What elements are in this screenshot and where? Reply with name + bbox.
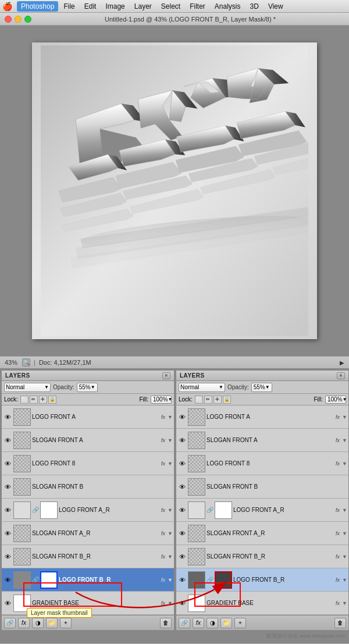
doc-info: Doc: 4,12M/27,1M <box>39 359 340 366</box>
delete-layer-button[interactable]: 🗑 <box>160 618 172 628</box>
left-fill-label: Fill: <box>139 396 148 403</box>
right-layer-row[interactable]: 👁 SLOGAN FRONT B_R fx ▼ <box>176 545 348 568</box>
visibility-icon[interactable]: 👁 <box>177 575 187 585</box>
close-button[interactable] <box>5 16 12 23</box>
right-opacity-value[interactable]: 55% ▼ <box>251 383 272 392</box>
add-mask-button[interactable]: ◑ <box>32 618 44 628</box>
left-layer-row[interactable]: 👁 SLOGAN FRONT B_R fx ▼ <box>2 545 174 568</box>
left-blend-row: Normal ▼ Opacity: 55% ▼ <box>2 381 174 394</box>
menu-edit[interactable]: Edit <box>80 1 101 12</box>
apple-menu[interactable]: 🍎 <box>2 2 12 11</box>
menu-layer[interactable]: Layer <box>130 1 156 12</box>
layer-name: LOGO FRONT 8 <box>32 460 160 467</box>
visibility-icon[interactable]: 👁 <box>177 436 187 445</box>
menu-3d[interactable]: 3D <box>246 1 263 12</box>
left-opacity-value[interactable]: 55% ▼ <box>77 383 98 392</box>
visibility-icon[interactable]: 👁 <box>3 575 12 585</box>
visibility-icon[interactable]: 👁 <box>3 529 12 538</box>
right-panel-menu[interactable]: ≡ <box>337 372 345 379</box>
right-lock-position-icon[interactable]: ✏ <box>204 396 212 404</box>
menu-view[interactable]: View <box>264 1 287 12</box>
left-layer-row[interactable]: 👁 LOGO FRONT 8 fx ▼ <box>2 452 174 475</box>
right-layer-row[interactable]: 👁 SLOGAN FRONT A fx ▼ <box>176 429 348 452</box>
right-new-group-button[interactable]: 📁 <box>220 618 232 628</box>
right-lock-move-icon[interactable]: ✛ <box>213 396 222 404</box>
right-link-layers-button[interactable]: 🔗 <box>179 618 190 628</box>
visibility-icon[interactable]: 👁 <box>3 506 12 515</box>
menu-file[interactable]: File <box>59 1 79 12</box>
canvas[interactable] <box>32 42 317 339</box>
layer-thumb <box>188 571 205 589</box>
visibility-icon[interactable]: 👁 <box>3 599 12 608</box>
left-layer-row[interactable]: 👁 LOGO FRONT A fx ▼ <box>2 405 174 429</box>
menu-image[interactable]: Image <box>101 1 129 12</box>
menu-filter[interactable]: Filter <box>186 1 209 12</box>
left-layer-row[interactable]: 👁 SLOGAN FRONT A fx ▼ <box>2 429 174 452</box>
visibility-icon[interactable]: 👁 <box>177 529 187 538</box>
visibility-icon[interactable]: 👁 <box>177 506 187 515</box>
visibility-icon[interactable]: 👁 <box>3 482 12 492</box>
visibility-icon[interactable]: 👁 <box>3 436 12 445</box>
status-arrow[interactable]: ▶ <box>340 360 344 366</box>
right-panel-wrapper: LAYERS ≡ Normal ▼ Opacity: 55% ▼ Lock: <box>176 370 349 642</box>
left-blend-select[interactable]: Normal ▼ <box>4 383 51 392</box>
menu-select[interactable]: Select <box>157 1 184 12</box>
fx-arrow: ▼ <box>168 414 173 420</box>
new-layer-button[interactable]: + <box>60 618 72 628</box>
menu-analysis[interactable]: Analysis <box>211 1 245 12</box>
fx-arrow: ▼ <box>342 600 347 606</box>
lock-pixel-icon[interactable]: ⬜ <box>20 396 29 404</box>
right-blend-select[interactable]: Normal ▼ <box>179 383 225 392</box>
menu-photoshop[interactable]: Photoshop <box>17 1 58 12</box>
layer-thumb <box>188 595 205 612</box>
visibility-icon[interactable]: 👁 <box>177 599 187 608</box>
visibility-icon[interactable]: 👁 <box>3 412 12 422</box>
visibility-icon[interactable]: 👁 <box>177 552 187 561</box>
lock-move-icon[interactable]: ✛ <box>39 396 47 404</box>
visibility-icon[interactable]: 👁 <box>3 459 12 468</box>
link-layers-button[interactable]: 🔗 <box>4 618 16 628</box>
layer-thumb <box>188 478 205 496</box>
right-layer-row-selected[interactable]: 👁 🔗 LOGO FRONT B_R fx ▼ <box>176 568 348 592</box>
maximize-button[interactable] <box>24 16 31 23</box>
left-fill-value[interactable]: 100% ▼ <box>151 396 172 404</box>
layer-mask-thumb <box>40 501 58 519</box>
zoom-icon[interactable]: 🔍 <box>22 358 30 367</box>
watermark: 联系设计论坛 www.missyuan.com <box>266 632 346 640</box>
layer-thumb <box>13 548 31 565</box>
minimize-button[interactable] <box>15 16 22 23</box>
fx-badge: fx <box>336 507 340 513</box>
left-layer-row[interactable]: 👁 SLOGAN FRONT A_R fx ▼ <box>2 522 174 545</box>
right-layer-row[interactable]: 👁 LOGO FRONT 8 fx ▼ <box>176 452 348 475</box>
layer-name: SLOGAN FRONT A_R <box>32 530 160 536</box>
layer-thumb <box>13 455 31 472</box>
right-layer-row[interactable]: 👁 SLOGAN FRONT B fx ▼ <box>176 475 348 499</box>
right-layer-row[interactable]: 👁 SLOGAN FRONT A_R fx ▼ <box>176 522 348 545</box>
left-layer-row-selected[interactable]: 👁 🔗 LOGO FRONT B_R fx ▼ <box>2 568 174 592</box>
visibility-icon[interactable]: 👁 <box>177 412 187 422</box>
left-panel-wrapper: LAYERS ≡ Normal ▼ Opacity: 55% ▼ Lock: <box>1 370 174 642</box>
fx-badge: fx <box>161 437 165 443</box>
new-group-button[interactable]: 📁 <box>46 618 58 628</box>
right-new-layer-button[interactable]: + <box>234 618 246 628</box>
left-lock-icons: ⬜ ✏ ✛ 🔒 <box>20 396 56 404</box>
lock-position-icon[interactable]: ✏ <box>30 396 38 404</box>
right-fill-value[interactable]: 100% ▼ <box>325 396 346 404</box>
left-layer-row[interactable]: 👁 SLOGAN FRONT B fx ▼ <box>2 475 174 499</box>
right-delete-layer-button[interactable]: 🗑 <box>334 618 346 628</box>
visibility-icon[interactable]: 👁 <box>177 482 187 492</box>
fx-arrow: ▼ <box>168 577 173 583</box>
left-layer-row[interactable]: 👁 🔗 LOGO FRONT A_R fx ▼ <box>2 499 174 522</box>
lock-all-icon[interactable]: 🔒 <box>48 396 56 404</box>
left-panel-menu[interactable]: ≡ <box>162 372 170 379</box>
visibility-icon[interactable]: 👁 <box>3 552 12 561</box>
right-lock-all-icon[interactable]: 🔒 <box>223 396 231 404</box>
add-fx-button[interactable]: fx <box>18 618 30 628</box>
right-add-mask-button[interactable]: ◑ <box>206 618 218 628</box>
right-layer-row[interactable]: 👁 LOGO FRONT A fx ▼ <box>176 405 348 429</box>
right-add-fx-button[interactable]: fx <box>193 618 204 628</box>
right-layer-row[interactable]: 👁 GRADIENT BASE fx ▼ <box>176 592 348 615</box>
right-layer-row[interactable]: 👁 🔗 LOGO FRONT A_R fx ▼ <box>176 499 348 522</box>
right-lock-pixel-icon[interactable]: ⬜ <box>195 396 203 404</box>
visibility-icon[interactable]: 👁 <box>177 459 187 468</box>
